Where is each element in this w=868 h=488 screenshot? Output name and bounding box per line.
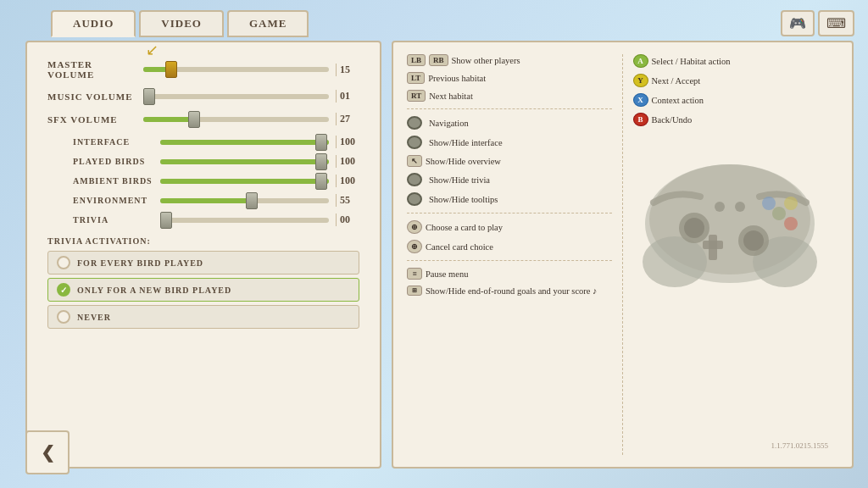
sfx-volume-track[interactable] <box>143 117 329 122</box>
controls-left-column: LB RB Show other players LT Previous hab… <box>407 54 623 455</box>
version-text: 1.1.771.0215.1555 <box>771 441 829 450</box>
trivia-option-never[interactable]: Never <box>47 305 359 329</box>
sfx-volume-value: 27 <box>336 113 359 125</box>
ambient-birds-value: 100 <box>336 175 359 187</box>
rb-badge: RB <box>429 54 448 66</box>
tab-audio[interactable]: Audio <box>51 10 136 37</box>
context-action-text: Context action <box>652 96 704 105</box>
control-show-interface: Show/Hide interface <box>407 136 612 149</box>
lt-badge: LT <box>407 72 425 84</box>
trivia-activation-section: Trivia Activation: For every bird played… <box>47 236 359 329</box>
show-overview-text: Show/Hide overview <box>426 157 501 166</box>
pause-menu-text: Pause menu <box>426 269 468 279</box>
prev-habitat-text: Previous habitat <box>428 74 486 83</box>
interface-track[interactable] <box>160 140 329 145</box>
svg-point-13 <box>784 217 798 230</box>
svg-point-14 <box>715 202 725 212</box>
control-show-overview: ↖ Show/Hide overview <box>407 155 612 167</box>
master-volume-track[interactable] <box>143 67 329 72</box>
control-choose-card: ⊕ Choose a card to play <box>407 220 612 234</box>
choose-card-text: Choose a card to play <box>426 223 503 232</box>
trivia-option-new-bird[interactable]: ✓ Only for a new bird played <box>47 278 359 302</box>
music-volume-value: 01 <box>336 90 359 103</box>
control-cancel-card: ⊕ Cancel card choice <box>407 240 612 253</box>
y-button-badge: Y <box>633 74 648 87</box>
music-volume-label: Music Volume <box>47 92 136 102</box>
ambient-birds-label: Ambient Birds <box>73 176 153 186</box>
svg-point-12 <box>762 197 776 210</box>
x-button-badge: X <box>633 93 648 107</box>
tabs-container: Audio Video Game <box>51 10 309 37</box>
trivia-option-never-radio <box>57 310 70 324</box>
interface-value: 100 <box>336 136 359 148</box>
control-show-other-players: LB RB Show other players <box>407 54 612 66</box>
control-pause: ≡ Pause menu <box>407 268 612 280</box>
r-stick-badge <box>407 173 422 186</box>
gamepad-icon-button[interactable]: 🎮 <box>781 10 815 36</box>
control-context-action: X Context action <box>633 93 839 107</box>
control-back-undo: B Back/Undo <box>633 113 839 126</box>
interface-label: Interface <box>73 137 153 147</box>
control-next-habitat: RT Next habitat <box>407 90 612 102</box>
trivia-option-new-bird-text: Only for a new bird played <box>77 286 231 295</box>
dpad-badge-1: ⊕ <box>407 220 422 234</box>
trivia-option-every-bird[interactable]: For every bird played <box>47 251 359 274</box>
svg-point-2 <box>643 236 707 287</box>
trivia-track[interactable] <box>160 218 329 223</box>
show-interface-text: Show/Hide interface <box>429 138 503 147</box>
svg-point-11 <box>784 197 798 210</box>
left-panel: ↙ Master Volume 15 Music Volume 01 SFX V… <box>25 41 381 469</box>
played-birds-row: Played Birds 100 <box>73 155 359 168</box>
back-button[interactable]: ❮ <box>25 430 70 474</box>
show-tooltips-text: Show/Hide tooltips <box>429 195 498 204</box>
panel-arrow: ↙ <box>146 41 159 59</box>
svg-point-5 <box>684 218 704 238</box>
trivia-row: Trivia 00 <box>73 214 359 226</box>
trivia-option-new-bird-radio: ✓ <box>57 283 70 297</box>
b-button-badge: B <box>633 113 648 126</box>
tab-video[interactable]: Video <box>139 10 224 37</box>
music-volume-row: Music Volume 01 <box>47 90 359 103</box>
trivia-label: Trivia <box>73 215 153 225</box>
dpad-upleft-badge: ↖ <box>407 155 422 167</box>
menu-badge: ≡ <box>407 268 422 280</box>
master-volume-value: 15 <box>336 64 359 76</box>
ambient-birds-track[interactable] <box>160 179 329 184</box>
next-habitat-text: Next habitat <box>429 92 473 101</box>
controller-svg <box>628 130 832 300</box>
navigation-text: Navigation <box>429 119 469 128</box>
music-volume-track[interactable] <box>143 94 329 99</box>
trivia-value: 00 <box>336 214 359 226</box>
environment-track[interactable] <box>160 198 329 203</box>
sub-sliders: Interface 100 Played Birds 100 Ambient B… <box>73 136 359 226</box>
trivia-option-every-bird-radio <box>57 256 70 269</box>
l-stick-badge-2 <box>407 136 422 149</box>
end-round-text: Show/Hide end-of-round goals and your sc… <box>426 286 597 296</box>
dpad-badge-2: ⊕ <box>407 240 422 253</box>
trivia-option-never-text: Never <box>77 313 111 322</box>
interface-volume-row: Interface 100 <box>73 136 359 148</box>
control-end-round: ⊞ Show/Hide end-of-round goals and your … <box>407 286 612 296</box>
sfx-volume-label: SFX Volume <box>47 114 136 125</box>
control-show-tooltips: Show/Hide tooltips <box>407 192 612 206</box>
cancel-card-text: Cancel card choice <box>426 242 493 252</box>
svg-point-10 <box>772 207 786 220</box>
control-prev-habitat: LT Previous habitat <box>407 72 612 84</box>
played-birds-track[interactable] <box>160 159 329 164</box>
environment-value: 55 <box>336 194 359 207</box>
controller-illustration <box>628 130 832 300</box>
sfx-volume-row: SFX Volume 27 <box>47 113 359 125</box>
keyboard-icon-button[interactable]: ⌨ <box>818 10 854 36</box>
tab-game[interactable]: Game <box>227 10 309 37</box>
environment-label: Environment <box>73 196 153 205</box>
svg-rect-9 <box>703 241 723 249</box>
control-navigation: Navigation <box>407 116 612 130</box>
trivia-activation-label: Trivia Activation: <box>47 236 359 246</box>
lb-badge: LB <box>407 54 426 66</box>
master-volume-label: Master Volume <box>47 59 136 80</box>
show-trivia-text: Show/Hide trivia <box>429 175 490 185</box>
svg-point-7 <box>743 230 764 251</box>
r-stick-badge-2 <box>407 192 422 206</box>
rt-badge: RT <box>407 90 426 102</box>
back-undo-text: Back/Undo <box>652 115 693 125</box>
